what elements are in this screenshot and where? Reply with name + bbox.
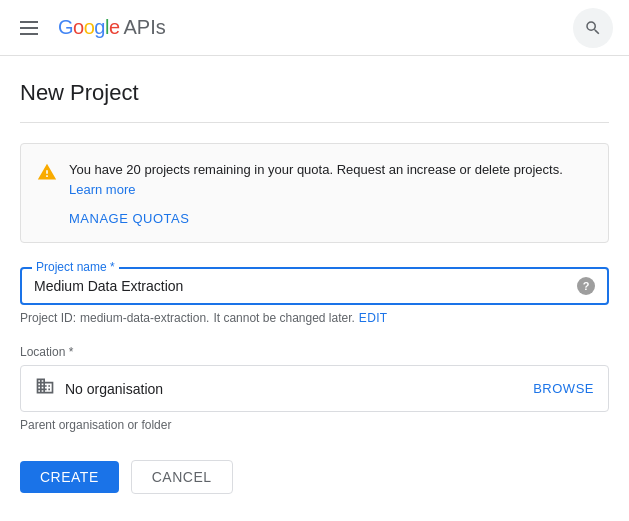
edit-link[interactable]: EDIT xyxy=(359,311,388,325)
project-name-section: Project name * ? Project ID: medium-data… xyxy=(20,267,609,325)
warning-icon xyxy=(37,162,57,185)
logo-container: Google APIs xyxy=(58,16,166,39)
manage-quotas-link[interactable]: MANAGE QUOTAS xyxy=(37,211,592,226)
project-id-suffix: It cannot be changed later. xyxy=(213,311,354,325)
google-logo: Google xyxy=(58,16,120,39)
project-name-field-wrapper: Project name * ? xyxy=(20,267,609,305)
menu-icon[interactable] xyxy=(16,17,42,39)
search-icon xyxy=(584,19,602,37)
project-id-prefix: Project ID: xyxy=(20,311,76,325)
project-name-input[interactable] xyxy=(34,278,577,294)
create-button[interactable]: CREATE xyxy=(20,461,119,493)
org-icon xyxy=(35,376,55,401)
location-value: No organisation xyxy=(65,381,523,397)
warning-text: You have 20 projects remaining in your q… xyxy=(69,160,592,199)
browse-link[interactable]: BROWSE xyxy=(533,381,594,396)
topbar-left: Google APIs xyxy=(16,16,573,39)
topbar: Google APIs xyxy=(0,0,629,56)
field-input-row: ? xyxy=(34,277,595,295)
warning-row: You have 20 projects remaining in your q… xyxy=(37,160,592,199)
warning-box: You have 20 projects remaining in your q… xyxy=(20,143,609,243)
search-button[interactable] xyxy=(573,8,613,48)
location-section: Location * No organisation BROWSE Parent… xyxy=(20,345,609,432)
cancel-button[interactable]: CANCEL xyxy=(131,460,233,494)
location-box: No organisation BROWSE xyxy=(20,365,609,412)
help-icon[interactable]: ? xyxy=(577,277,595,295)
parent-hint: Parent organisation or folder xyxy=(20,418,609,432)
btn-row: CREATE CANCEL xyxy=(20,460,609,494)
project-id-value: medium-data-extraction. xyxy=(80,311,209,325)
learn-more-link[interactable]: Learn more xyxy=(69,182,135,197)
page-content: New Project You have 20 projects remaini… xyxy=(0,56,629,518)
page-title: New Project xyxy=(20,80,609,123)
project-name-label: Project name * xyxy=(32,260,119,274)
apis-label: APIs xyxy=(124,16,166,39)
project-id-row: Project ID: medium-data-extraction. It c… xyxy=(20,311,609,325)
location-label: Location * xyxy=(20,345,609,359)
